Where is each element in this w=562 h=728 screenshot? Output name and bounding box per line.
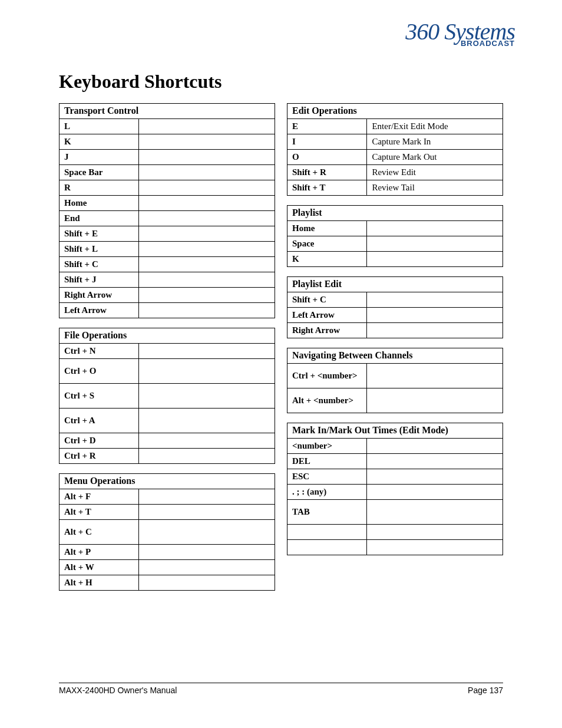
shortcut-desc xyxy=(367,323,503,338)
shortcut-key: O xyxy=(287,150,367,165)
shortcut-table: PlaylistHomeSpaceK xyxy=(287,205,503,267)
table-row: Shift + E xyxy=(59,226,275,242)
table-row: Alt + H xyxy=(59,575,275,591)
shortcut-key: Alt + W xyxy=(59,560,139,575)
section-title: Mark In/Mark Out Times (Edit Mode) xyxy=(287,423,503,439)
shortcut-key: Home xyxy=(59,196,139,211)
shortcut-table: Edit OperationsEEnter/Exit Edit ModeICap… xyxy=(287,103,503,196)
shortcut-desc xyxy=(367,388,503,413)
table-row: Space Bar xyxy=(59,165,275,180)
shortcut-key: ESC xyxy=(287,469,367,485)
shortcut-desc xyxy=(367,308,503,323)
table-row: Shift + C xyxy=(287,292,503,308)
shortcut-key xyxy=(287,525,367,540)
document-page: 360 Systems BROADCAST Keyboard Shortcuts… xyxy=(0,0,562,728)
table-row: OCapture Mark Out xyxy=(287,150,503,165)
shortcut-desc xyxy=(367,525,503,540)
shortcut-desc: Capture Mark In xyxy=(367,134,503,150)
shortcut-key: Alt + C xyxy=(59,520,139,545)
shortcut-table: Menu OperationsAlt + FAlt + TAlt + CAlt … xyxy=(59,473,275,591)
shortcut-desc xyxy=(139,257,275,272)
footer-right: Page 137 xyxy=(468,686,503,695)
shortcut-desc: Capture Mark Out xyxy=(367,150,503,165)
shortcut-key: Shift + J xyxy=(59,272,139,288)
table-row: Shift + TReview Tail xyxy=(287,180,503,196)
shortcut-desc: Enter/Exit Edit Mode xyxy=(367,119,503,134)
shortcut-key: Shift + C xyxy=(287,292,367,308)
table-row: K xyxy=(287,252,503,267)
shortcut-desc xyxy=(139,359,275,384)
table-row: ICapture Mark In xyxy=(287,134,503,150)
shortcut-desc xyxy=(139,505,275,520)
section-title: File Operations xyxy=(59,328,275,344)
shortcut-desc xyxy=(367,252,503,267)
section-title: Playlist Edit xyxy=(287,277,503,292)
shortcut-key: Alt + F xyxy=(59,489,139,505)
shortcut-desc xyxy=(139,119,275,134)
table-row: Shift + J xyxy=(59,272,275,288)
shortcut-desc xyxy=(367,221,503,236)
shortcut-desc xyxy=(139,489,275,505)
table-row: Alt + P xyxy=(59,545,275,560)
table-row: Ctrl + D xyxy=(59,433,275,449)
shortcut-key: Shift + C xyxy=(59,257,139,272)
shortcut-key: Shift + R xyxy=(287,165,367,180)
shortcut-key: End xyxy=(59,211,139,226)
table-row: DEL xyxy=(287,454,503,469)
shortcut-key: Shift + L xyxy=(59,242,139,257)
shortcut-desc xyxy=(139,272,275,288)
table-row: Space xyxy=(287,236,503,252)
shortcut-key: Ctrl + <number> xyxy=(287,364,367,388)
shortcut-key: K xyxy=(287,252,367,267)
table-row: End xyxy=(59,211,275,226)
section-title: Menu Operations xyxy=(59,474,275,489)
section-title: Edit Operations xyxy=(287,104,503,119)
shortcut-desc: Review Edit xyxy=(367,165,503,180)
shortcut-key: J xyxy=(59,150,139,165)
table-row: Shift + C xyxy=(59,257,275,272)
shortcut-key xyxy=(287,540,367,555)
shortcut-key: I xyxy=(287,134,367,150)
shortcut-desc xyxy=(139,545,275,560)
shortcut-desc xyxy=(367,500,503,525)
brand-logo: 360 Systems BROADCAST xyxy=(405,22,515,48)
shortcut-key: Alt + T xyxy=(59,505,139,520)
shortcut-desc xyxy=(367,364,503,388)
shortcut-key: DEL xyxy=(287,454,367,469)
shortcut-key: <number> xyxy=(287,439,367,454)
shortcut-table: Navigating Between ChannelsCtrl + <numbe… xyxy=(287,348,503,413)
shortcut-desc xyxy=(367,439,503,454)
content-columns: Transport ControlLKJSpace BarRHomeEndShi… xyxy=(59,103,503,591)
shortcut-table: Mark In/Mark Out Times (Edit Mode)<numbe… xyxy=(287,423,503,555)
table-row: Ctrl + <number> xyxy=(287,364,503,388)
shortcut-key: TAB xyxy=(287,500,367,525)
table-row: Alt + F xyxy=(59,489,275,505)
table-row: Ctrl + S xyxy=(59,384,275,409)
shortcut-desc xyxy=(139,520,275,545)
shortcut-desc xyxy=(139,226,275,242)
shortcut-key: Space xyxy=(287,236,367,252)
table-row: ESC xyxy=(287,469,503,485)
section-title: Playlist xyxy=(287,206,503,221)
shortcut-key: K xyxy=(59,134,139,150)
shortcut-table: File OperationsCtrl + NCtrl + OCtrl + SC… xyxy=(59,328,275,464)
shortcut-key: Space Bar xyxy=(59,165,139,180)
table-row: Shift + L xyxy=(59,242,275,257)
table-row: EEnter/Exit Edit Mode xyxy=(287,119,503,134)
shortcut-key: Right Arrow xyxy=(287,323,367,338)
section-title: Transport Control xyxy=(59,104,275,119)
shortcut-table: Playlist EditShift + CLeft ArrowRight Ar… xyxy=(287,276,503,338)
page-heading: Keyboard Shortcuts xyxy=(59,71,503,93)
table-row: Home xyxy=(59,196,275,211)
table-row: Home xyxy=(287,221,503,236)
table-row: K xyxy=(59,134,275,150)
shortcut-key: Ctrl + D xyxy=(59,433,139,449)
shortcut-key: Ctrl + A xyxy=(59,409,139,433)
shortcut-desc xyxy=(139,303,275,318)
table-row: Ctrl + A xyxy=(59,409,275,433)
table-row: Alt + W xyxy=(59,560,275,575)
table-row: Alt + T xyxy=(59,505,275,520)
shortcut-key: Left Arrow xyxy=(59,303,139,318)
shortcut-desc xyxy=(139,196,275,211)
shortcut-key: Ctrl + R xyxy=(59,449,139,464)
